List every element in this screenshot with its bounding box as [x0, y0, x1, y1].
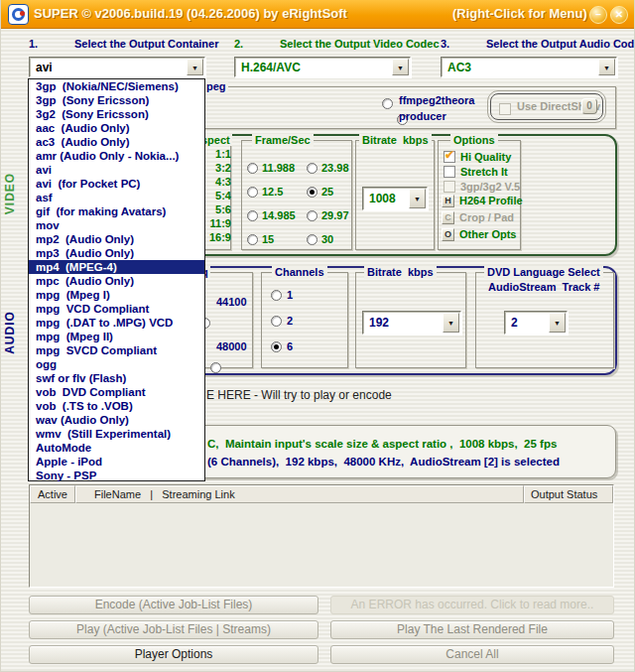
audio-bitrate-combobox[interactable]: 192 ▼ [362, 311, 461, 335]
dropdown-item[interactable]: swf or flv (Flash) [29, 371, 204, 385]
framerate-option[interactable]: 25 [307, 180, 354, 203]
play-last-rendered-button[interactable]: Play The Last Rendered File [330, 620, 614, 639]
dropdown-item[interactable]: mp4 (MPEG-4) [29, 260, 204, 274]
audio-codec-value: AC3 [447, 61, 471, 74]
dropdown-item[interactable]: wmv (Still Experimental) [29, 427, 204, 441]
dropdown-item[interactable]: wav (Audio Only) [29, 413, 204, 427]
framerate-option[interactable]: 29.97 [307, 203, 354, 227]
framerate-option[interactable]: 14.985 [247, 203, 307, 227]
checkbox[interactable] [444, 181, 455, 193]
chevron-down-icon[interactable]: ▼ [392, 59, 409, 75]
audio-codec-combobox[interactable]: AC3 ▼ [441, 57, 617, 77]
dropdown-item[interactable]: 3gp (Sony Ericsson) [29, 93, 204, 107]
video-option-button-row[interactable]: CCrop / Pad [442, 210, 523, 224]
radio-button[interactable] [307, 234, 318, 245]
framerate-option[interactable]: 15 [247, 227, 307, 251]
radio-button[interactable] [247, 234, 258, 245]
dropdown-item[interactable]: 3g2 (Sony Ericsson) [29, 107, 204, 121]
error-button[interactable]: An ERROR has occurred. Click to read mor… [330, 596, 614, 614]
dropdown-item[interactable]: vob DVD Compliant [29, 385, 204, 399]
radio-button[interactable] [210, 362, 221, 373]
dropdown-item[interactable]: mpg SVCD Compliant [29, 343, 204, 357]
radio-button[interactable] [247, 163, 258, 174]
chevron-down-icon[interactable]: ▼ [409, 189, 426, 208]
audiostream-track-combobox[interactable]: 2 ▼ [504, 311, 568, 335]
job-list-table[interactable]: ActiveFileName | Streaming LinkOutput St… [29, 484, 614, 588]
dropdown-item[interactable]: Apple - iPod [29, 455, 204, 469]
o-button[interactable]: O [442, 228, 454, 241]
container-combobox[interactable]: avi ▼ [29, 57, 205, 77]
video-bitrate-combobox[interactable]: 1008 ▼ [362, 187, 428, 210]
radio-button[interactable] [307, 163, 318, 174]
dropdown-item[interactable]: Sony - PSP [29, 469, 204, 482]
chevron-down-icon[interactable]: ▼ [549, 313, 566, 333]
play-button[interactable]: Play (Active Job-List Files | Streams) [29, 620, 318, 639]
channel-option[interactable]: 6 [271, 339, 293, 353]
radio-button[interactable] [271, 290, 282, 301]
dropdown-item[interactable]: mpg (Mpeg II) [29, 330, 204, 343]
dropdown-item[interactable]: mp2 (Audio Only) [29, 232, 204, 246]
h-button[interactable]: H [442, 195, 454, 207]
chevron-down-icon[interactable]: ▼ [187, 59, 203, 75]
video-option[interactable]: Hi Quality [444, 150, 520, 164]
job-table-column-header[interactable]: Active [30, 485, 75, 503]
video-summary-line: C, Maintain input's scale size & aspect … [207, 438, 557, 450]
radio-button[interactable] [247, 187, 258, 198]
video-option-button-row[interactable]: HH264 Profile [442, 194, 523, 207]
video-codec-combobox[interactable]: H.264/AVC ▼ [234, 57, 411, 77]
output-container-listbox[interactable]: 3gp (Nokia/NEC/Siemens)3gp (Sony Ericsso… [28, 78, 205, 481]
close-button[interactable]: ✕ [610, 6, 628, 24]
dropdown-item[interactable]: avi (for Pocket PC) [29, 177, 204, 191]
framerate-option[interactable]: 30 [307, 227, 354, 251]
checkbox[interactable] [444, 166, 455, 178]
dropdown-item[interactable]: mpg VCD Compliant [29, 302, 204, 316]
dropdown-item[interactable]: vob (.TS to .VOB) [29, 399, 204, 413]
framerate-option[interactable]: 12.5 [247, 180, 307, 203]
video-option[interactable]: Stretch It [444, 165, 520, 179]
dropdown-item[interactable]: ogg [29, 357, 204, 371]
directshow-zero-button[interactable]: 0 [581, 98, 597, 114]
framerate-option[interactable]: 11.988 [247, 156, 307, 180]
minimize-button[interactable]: – [589, 6, 607, 24]
dropdown-item[interactable]: mpc (Audio Only) [29, 274, 204, 288]
dropdown-item[interactable]: avi [29, 163, 204, 177]
video-bitrate-legend: Bitrate kbps [359, 134, 432, 147]
cancel-all-button[interactable]: Cancel All [330, 645, 614, 664]
dropdown-item[interactable]: mpg (.DAT to .MPG) VCD [29, 316, 204, 330]
directshow-checkbox[interactable] [499, 103, 511, 115]
c-button[interactable]: C [442, 211, 454, 224]
radio-button[interactable] [271, 341, 282, 352]
video-option-label: 3gp/3g2 V.5 [460, 181, 520, 193]
player-options-button[interactable]: Player Options [29, 645, 318, 664]
step2-number: 2. [234, 38, 243, 50]
job-table-column-header[interactable]: FileName | Streaming Link [75, 485, 524, 503]
ffmpeg2theora-radio[interactable] [382, 98, 393, 109]
dropdown-item[interactable]: mpg (Mpeg I) [29, 288, 204, 302]
radio-button[interactable] [271, 316, 282, 327]
dropdown-item[interactable]: asf [29, 191, 204, 204]
video-option[interactable]: 3gp/3g2 V.5 [444, 180, 520, 194]
video-option-button-row[interactable]: OOther Opts [442, 227, 523, 241]
dropdown-item[interactable]: AutoMode [29, 441, 204, 455]
channel-option[interactable]: 1 [271, 288, 293, 302]
dropdown-item[interactable]: ac3 (Audio Only) [29, 135, 204, 149]
dropdown-item[interactable]: gif (for making Avatars) [29, 204, 204, 218]
dropdown-item[interactable]: mov [29, 218, 204, 232]
radio-button[interactable] [307, 187, 318, 198]
dropdown-item[interactable]: 3gp (Nokia/NEC/Siemens) [29, 79, 204, 93]
audio-section-label: AUDIO [3, 298, 17, 367]
radio-button[interactable] [307, 210, 318, 221]
framerate-label: 14.985 [262, 209, 296, 221]
framerate-option[interactable]: 23.98 [307, 156, 354, 180]
chevron-down-icon[interactable]: ▼ [443, 313, 459, 333]
channel-option[interactable]: 2 [271, 314, 293, 328]
checkbox[interactable] [444, 151, 455, 163]
encode-button[interactable]: Encode (Active Job-List Files) [29, 596, 318, 614]
titlebar[interactable]: SUPER © v2006.build.19 (04.26.2006) by e… [1, 0, 635, 29]
dropdown-item[interactable]: aac (Audio Only) [29, 121, 204, 135]
dropdown-item[interactable]: amr (Audio Only - Nokia...) [29, 149, 204, 163]
chevron-down-icon[interactable]: ▼ [598, 59, 615, 75]
dropdown-item[interactable]: mp3 (Audio Only) [29, 246, 204, 260]
job-table-column-header[interactable]: Output Status [524, 485, 613, 503]
radio-button[interactable] [247, 210, 258, 221]
